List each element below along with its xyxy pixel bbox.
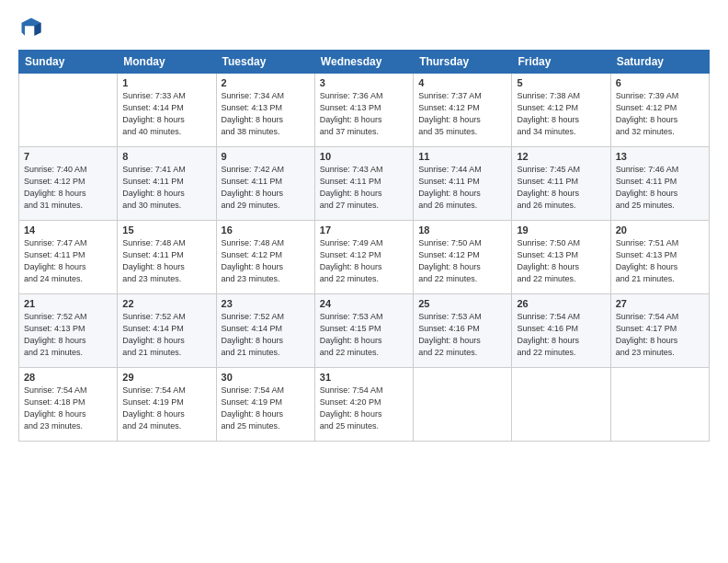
day-number: 26 bbox=[517, 298, 605, 309]
cell-info: Sunrise: 7:34 AM Sunset: 4:13 PM Dayligh… bbox=[222, 90, 310, 138]
calendar-week-4: 21Sunrise: 7:52 AM Sunset: 4:13 PM Dayli… bbox=[19, 294, 710, 368]
calendar-cell: 24Sunrise: 7:53 AM Sunset: 4:15 PM Dayli… bbox=[314, 294, 413, 368]
cell-info: Sunrise: 7:39 AM Sunset: 4:12 PM Dayligh… bbox=[616, 90, 704, 138]
cell-info: Sunrise: 7:53 AM Sunset: 4:15 PM Dayligh… bbox=[320, 311, 408, 359]
col-header-friday: Friday bbox=[512, 51, 610, 74]
day-number: 1 bbox=[122, 77, 210, 88]
calendar-table: SundayMondayTuesdayWednesdayThursdayFrid… bbox=[18, 50, 710, 442]
cell-info: Sunrise: 7:41 AM Sunset: 4:11 PM Dayligh… bbox=[122, 164, 210, 212]
cell-info: Sunrise: 7:48 AM Sunset: 4:12 PM Dayligh… bbox=[222, 237, 310, 285]
cell-info: Sunrise: 7:52 AM Sunset: 4:14 PM Dayligh… bbox=[222, 311, 310, 359]
cell-info: Sunrise: 7:42 AM Sunset: 4:11 PM Dayligh… bbox=[222, 164, 310, 212]
calendar-week-2: 7Sunrise: 7:40 AM Sunset: 4:12 PM Daylig… bbox=[19, 147, 710, 221]
day-number: 4 bbox=[418, 77, 506, 88]
cell-info: Sunrise: 7:45 AM Sunset: 4:11 PM Dayligh… bbox=[517, 164, 605, 212]
day-number: 10 bbox=[320, 151, 408, 162]
cell-info: Sunrise: 7:54 AM Sunset: 4:18 PM Dayligh… bbox=[24, 385, 112, 432]
calendar-cell: 23Sunrise: 7:52 AM Sunset: 4:14 PM Dayli… bbox=[216, 294, 314, 368]
col-header-thursday: Thursday bbox=[414, 51, 512, 74]
day-number: 31 bbox=[320, 372, 408, 383]
cell-info: Sunrise: 7:49 AM Sunset: 4:12 PM Dayligh… bbox=[320, 237, 408, 285]
day-number: 9 bbox=[222, 151, 310, 162]
cell-info: Sunrise: 7:37 AM Sunset: 4:12 PM Dayligh… bbox=[418, 90, 506, 138]
calendar-cell: 1Sunrise: 7:33 AM Sunset: 4:14 PM Daylig… bbox=[118, 74, 216, 147]
cell-info: Sunrise: 7:40 AM Sunset: 4:12 PM Dayligh… bbox=[24, 164, 112, 212]
calendar-cell: 27Sunrise: 7:54 AM Sunset: 4:17 PM Dayli… bbox=[610, 294, 709, 368]
col-header-sunday: Sunday bbox=[19, 51, 118, 74]
calendar-cell bbox=[512, 368, 610, 442]
day-number: 25 bbox=[418, 298, 506, 309]
page: SundayMondayTuesdayWednesdayThursdayFrid… bbox=[0, 0, 728, 563]
day-number: 27 bbox=[616, 298, 704, 309]
calendar-header-row: SundayMondayTuesdayWednesdayThursdayFrid… bbox=[19, 51, 710, 74]
day-number: 11 bbox=[418, 151, 506, 162]
col-header-tuesday: Tuesday bbox=[216, 51, 314, 74]
day-number: 15 bbox=[122, 224, 210, 236]
cell-info: Sunrise: 7:44 AM Sunset: 4:11 PM Dayligh… bbox=[418, 164, 506, 212]
calendar-cell: 2Sunrise: 7:34 AM Sunset: 4:13 PM Daylig… bbox=[216, 74, 314, 147]
cell-info: Sunrise: 7:54 AM Sunset: 4:19 PM Dayligh… bbox=[122, 385, 210, 432]
cell-info: Sunrise: 7:47 AM Sunset: 4:11 PM Dayligh… bbox=[24, 237, 112, 285]
day-number: 8 bbox=[122, 151, 210, 162]
day-number: 23 bbox=[222, 298, 310, 309]
calendar-cell bbox=[414, 368, 512, 442]
col-header-wednesday: Wednesday bbox=[314, 51, 413, 74]
calendar-cell: 30Sunrise: 7:54 AM Sunset: 4:19 PM Dayli… bbox=[216, 368, 314, 442]
calendar-cell: 3Sunrise: 7:36 AM Sunset: 4:13 PM Daylig… bbox=[314, 74, 413, 147]
day-number: 7 bbox=[24, 151, 112, 162]
header bbox=[18, 15, 710, 40]
calendar-cell: 22Sunrise: 7:52 AM Sunset: 4:14 PM Dayli… bbox=[118, 294, 216, 368]
cell-info: Sunrise: 7:54 AM Sunset: 4:16 PM Dayligh… bbox=[517, 311, 605, 359]
day-number: 29 bbox=[122, 372, 210, 383]
col-header-monday: Monday bbox=[118, 51, 216, 74]
cell-info: Sunrise: 7:38 AM Sunset: 4:12 PM Dayligh… bbox=[517, 90, 605, 138]
day-number: 28 bbox=[24, 372, 112, 383]
cell-info: Sunrise: 7:48 AM Sunset: 4:11 PM Dayligh… bbox=[122, 237, 210, 285]
calendar-cell: 13Sunrise: 7:46 AM Sunset: 4:11 PM Dayli… bbox=[610, 147, 709, 221]
day-number: 6 bbox=[616, 77, 704, 88]
calendar-week-1: 1Sunrise: 7:33 AM Sunset: 4:14 PM Daylig… bbox=[19, 74, 710, 147]
day-number: 16 bbox=[222, 224, 310, 236]
calendar-cell bbox=[610, 368, 709, 442]
logo-icon bbox=[18, 15, 44, 40]
cell-info: Sunrise: 7:53 AM Sunset: 4:16 PM Dayligh… bbox=[418, 311, 506, 359]
day-number: 13 bbox=[616, 151, 704, 162]
day-number: 3 bbox=[320, 77, 408, 88]
calendar-cell: 15Sunrise: 7:48 AM Sunset: 4:11 PM Dayli… bbox=[118, 221, 216, 294]
cell-info: Sunrise: 7:54 AM Sunset: 4:17 PM Dayligh… bbox=[616, 311, 704, 359]
calendar-cell: 16Sunrise: 7:48 AM Sunset: 4:12 PM Dayli… bbox=[216, 221, 314, 294]
calendar-cell: 11Sunrise: 7:44 AM Sunset: 4:11 PM Dayli… bbox=[414, 147, 512, 221]
cell-info: Sunrise: 7:33 AM Sunset: 4:14 PM Dayligh… bbox=[122, 90, 210, 138]
cell-info: Sunrise: 7:43 AM Sunset: 4:11 PM Dayligh… bbox=[320, 164, 408, 212]
calendar-cell: 25Sunrise: 7:53 AM Sunset: 4:16 PM Dayli… bbox=[414, 294, 512, 368]
day-number: 24 bbox=[320, 298, 408, 309]
cell-info: Sunrise: 7:50 AM Sunset: 4:12 PM Dayligh… bbox=[418, 237, 506, 285]
calendar-cell: 21Sunrise: 7:52 AM Sunset: 4:13 PM Dayli… bbox=[19, 294, 118, 368]
calendar-cell: 20Sunrise: 7:51 AM Sunset: 4:13 PM Dayli… bbox=[610, 221, 709, 294]
day-number: 21 bbox=[24, 298, 112, 309]
day-number: 14 bbox=[24, 224, 112, 236]
cell-info: Sunrise: 7:52 AM Sunset: 4:14 PM Dayligh… bbox=[122, 311, 210, 359]
calendar-cell: 5Sunrise: 7:38 AM Sunset: 4:12 PM Daylig… bbox=[512, 74, 610, 147]
calendar-week-3: 14Sunrise: 7:47 AM Sunset: 4:11 PM Dayli… bbox=[19, 221, 710, 294]
calendar-cell: 9Sunrise: 7:42 AM Sunset: 4:11 PM Daylig… bbox=[216, 147, 314, 221]
cell-info: Sunrise: 7:52 AM Sunset: 4:13 PM Dayligh… bbox=[24, 311, 112, 359]
calendar-cell: 26Sunrise: 7:54 AM Sunset: 4:16 PM Dayli… bbox=[512, 294, 610, 368]
calendar-week-5: 28Sunrise: 7:54 AM Sunset: 4:18 PM Dayli… bbox=[19, 368, 710, 442]
cell-info: Sunrise: 7:46 AM Sunset: 4:11 PM Dayligh… bbox=[616, 164, 704, 212]
calendar-cell: 28Sunrise: 7:54 AM Sunset: 4:18 PM Dayli… bbox=[19, 368, 118, 442]
calendar-cell: 31Sunrise: 7:54 AM Sunset: 4:20 PM Dayli… bbox=[314, 368, 413, 442]
day-number: 22 bbox=[122, 298, 210, 309]
day-number: 30 bbox=[222, 372, 310, 383]
calendar-cell: 18Sunrise: 7:50 AM Sunset: 4:12 PM Dayli… bbox=[414, 221, 512, 294]
calendar-cell bbox=[19, 74, 118, 147]
cell-info: Sunrise: 7:51 AM Sunset: 4:13 PM Dayligh… bbox=[616, 237, 704, 285]
day-number: 20 bbox=[616, 224, 704, 236]
day-number: 19 bbox=[517, 224, 605, 236]
calendar-cell: 19Sunrise: 7:50 AM Sunset: 4:13 PM Dayli… bbox=[512, 221, 610, 294]
calendar-cell: 12Sunrise: 7:45 AM Sunset: 4:11 PM Dayli… bbox=[512, 147, 610, 221]
calendar-cell: 17Sunrise: 7:49 AM Sunset: 4:12 PM Dayli… bbox=[314, 221, 413, 294]
day-number: 12 bbox=[517, 151, 605, 162]
cell-info: Sunrise: 7:36 AM Sunset: 4:13 PM Dayligh… bbox=[320, 90, 408, 138]
logo bbox=[18, 15, 48, 40]
